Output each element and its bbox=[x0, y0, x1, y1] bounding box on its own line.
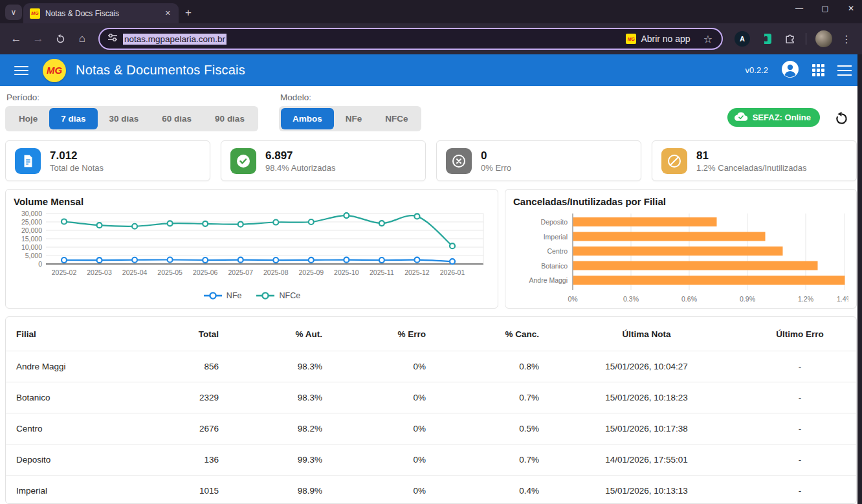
mg-logo: MG bbox=[43, 59, 66, 82]
svg-text:1.2%: 1.2% bbox=[798, 295, 813, 303]
table-cell: Andre Maggi bbox=[6, 362, 161, 371]
sefaz-status-badge: SEFAZ: Online bbox=[727, 108, 820, 127]
table-row: Botanico232998.3%0%0.7%15/01/2026, 10:18… bbox=[6, 382, 856, 413]
cloud-check-icon bbox=[734, 112, 748, 124]
svg-text:2025-12: 2025-12 bbox=[404, 268, 430, 276]
stat-cards: 7.012Total de Notas6.89798.4% Autorizada… bbox=[5, 140, 857, 181]
period-button-60-dias[interactable]: 60 dias bbox=[150, 108, 203, 129]
table-cell: 0% bbox=[333, 424, 436, 433]
period-button-hoje[interactable]: Hoje bbox=[7, 108, 49, 129]
stat-value: 0 bbox=[481, 149, 511, 162]
minimize-button[interactable]: — bbox=[795, 4, 804, 13]
filter-bar: Período: Hoje7 dias30 dias60 dias90 dias… bbox=[5, 93, 857, 131]
line-chart-legend: NFeNFCe bbox=[14, 291, 490, 300]
svg-text:2025-08: 2025-08 bbox=[263, 268, 289, 276]
table-cell: Botanico bbox=[6, 393, 161, 402]
stat-card-1: 6.89798.4% Autorizadas bbox=[221, 140, 426, 181]
legend-label: NFCe bbox=[279, 291, 300, 300]
svg-text:Imperial: Imperial bbox=[544, 233, 568, 241]
table-cell: 0% bbox=[333, 455, 436, 465]
stat-label: 0% Erro bbox=[481, 163, 511, 173]
canceladas-chart-title: Canceladas/Inutilizadas por Filial bbox=[513, 196, 848, 207]
browser-tab[interactable]: MG Notas & Docs Fiscais ✕ bbox=[23, 3, 179, 23]
profile-avatar[interactable] bbox=[815, 30, 832, 47]
svg-text:30,000: 30,000 bbox=[21, 210, 42, 217]
extensions-puzzle-icon[interactable] bbox=[784, 32, 797, 45]
table-cell: 0.7% bbox=[436, 393, 549, 402]
page-scrollbar[interactable] bbox=[857, 54, 862, 504]
model-button-ambos[interactable]: Ambos bbox=[281, 108, 334, 129]
mg-chip-icon: MG bbox=[626, 34, 636, 44]
back-icon[interactable]: ← bbox=[6, 29, 26, 49]
stat-value: 6.897 bbox=[265, 149, 335, 162]
column-header: Último Erro bbox=[744, 329, 856, 339]
refresh-button[interactable] bbox=[834, 111, 849, 126]
account-icon[interactable] bbox=[781, 60, 799, 81]
url-bar[interactable]: notas.mgpapelaria.com.br MG Abrir no app… bbox=[98, 28, 723, 50]
legend-label: NFe bbox=[227, 291, 242, 300]
svg-text:2025-06: 2025-06 bbox=[193, 268, 218, 276]
home-icon[interactable]: ⌂ bbox=[72, 29, 92, 49]
svg-text:25,000: 25,000 bbox=[21, 218, 42, 226]
column-header: % Canc. bbox=[436, 329, 549, 339]
legend-item-nfce[interactable]: NFCe bbox=[256, 291, 300, 300]
toolbar-divider bbox=[806, 33, 806, 45]
period-label: Período: bbox=[6, 93, 258, 102]
filial-table: FilialTotal% Aut.% Erro% Canc.Última Not… bbox=[5, 316, 857, 504]
table-cell: - bbox=[744, 486, 856, 496]
svg-text:2025-05: 2025-05 bbox=[157, 268, 182, 276]
period-button-30-dias[interactable]: 30 dias bbox=[98, 108, 151, 129]
table-cell: 0.8% bbox=[436, 362, 549, 371]
mg-favicon-icon: MG bbox=[30, 8, 40, 19]
table-cell: 0.4% bbox=[436, 486, 549, 496]
table-cell: 15/01/2026, 10:13:13 bbox=[549, 486, 744, 496]
reload-icon[interactable] bbox=[50, 29, 70, 49]
page-title: Notas & Documentos Fiscais bbox=[76, 63, 245, 78]
svg-text:10,000: 10,000 bbox=[21, 243, 42, 251]
stat-card-3: 811.2% Canceladas/Inutilizadas bbox=[652, 140, 857, 181]
extension-green-icon[interactable] bbox=[760, 32, 773, 45]
extension-a-icon[interactable]: A bbox=[735, 31, 750, 47]
table-header-row: FilialTotal% Aut.% Erro% Canc.Última Not… bbox=[6, 317, 856, 351]
apps-grid-icon[interactable] bbox=[812, 64, 824, 76]
dashboard-content: Período: Hoje7 dias30 dias60 dias90 dias… bbox=[0, 86, 862, 504]
column-header: % Aut. bbox=[229, 329, 333, 339]
site-settings-icon[interactable] bbox=[107, 32, 118, 45]
tab-search-chevron-icon[interactable]: ∨ bbox=[5, 5, 22, 20]
tab-close-icon[interactable]: ✕ bbox=[162, 8, 173, 19]
legend-item-nfe[interactable]: NFe bbox=[203, 291, 242, 300]
column-header: Última Nota bbox=[549, 329, 744, 339]
open-in-app-button[interactable]: MG Abrir no app bbox=[623, 34, 692, 44]
model-button-nfe[interactable]: NFe bbox=[334, 108, 374, 129]
svg-text:2025-04: 2025-04 bbox=[122, 268, 148, 276]
close-button[interactable]: ✕ bbox=[846, 4, 856, 13]
new-tab-button[interactable]: + bbox=[185, 6, 192, 19]
table-cell: - bbox=[744, 424, 856, 433]
check-circle-icon bbox=[230, 148, 256, 174]
svg-text:1.4%: 1.4% bbox=[837, 295, 848, 303]
table-row: Deposito13699.3%0%0.7%14/01/2026, 17:55:… bbox=[6, 444, 856, 475]
table-cell: 98.2% bbox=[229, 424, 333, 433]
volume-line-chart: 30,00025,00020,00015,00010,0005,00002025… bbox=[14, 207, 490, 290]
url-text[interactable]: notas.mgpapelaria.com.br bbox=[123, 34, 227, 45]
table-cell: 2676 bbox=[161, 424, 229, 433]
period-button-90-dias[interactable]: 90 dias bbox=[203, 108, 256, 129]
model-label: Modelo: bbox=[280, 93, 422, 102]
browser-menu-icon[interactable]: ⋮ bbox=[841, 33, 852, 45]
svg-text:0.9%: 0.9% bbox=[740, 295, 755, 303]
menu-hamburger-icon[interactable] bbox=[14, 66, 28, 75]
table-cell: 98.9% bbox=[229, 486, 333, 496]
svg-text:2026-01: 2026-01 bbox=[440, 268, 465, 276]
table-cell: Centro bbox=[6, 424, 161, 433]
table-cell: 0.5% bbox=[436, 424, 549, 433]
maximize-button[interactable]: ▢ bbox=[821, 4, 830, 13]
table-cell: 1015 bbox=[161, 486, 229, 496]
table-cell: 856 bbox=[161, 362, 229, 371]
app-menu-icon[interactable] bbox=[837, 65, 852, 76]
bookmark-star-icon[interactable]: ☆ bbox=[703, 33, 713, 45]
model-button-nfce[interactable]: NFCe bbox=[373, 108, 419, 129]
forward-icon[interactable]: → bbox=[28, 29, 48, 49]
period-button-7-dias[interactable]: 7 dias bbox=[49, 108, 97, 129]
volume-chart-card: Volume Mensal 30,00025,00020,00015,00010… bbox=[5, 189, 498, 309]
table-cell: 2329 bbox=[161, 393, 229, 402]
